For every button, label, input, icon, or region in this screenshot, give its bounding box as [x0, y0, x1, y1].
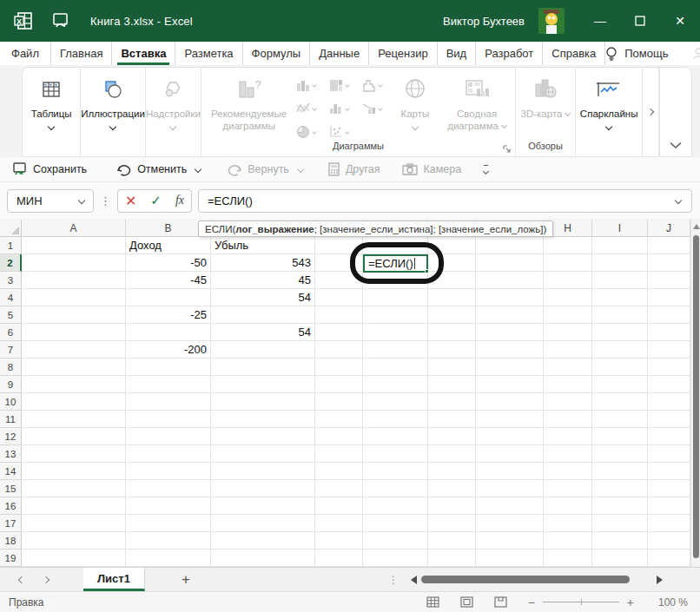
cell-B16[interactable]	[126, 497, 211, 515]
row-header-4[interactable]: 4	[0, 289, 22, 306]
cell-D10[interactable]	[315, 393, 363, 411]
cell-J18[interactable]	[648, 532, 690, 549]
cell-H13[interactable]	[544, 445, 592, 463]
tab-review[interactable]: Рецензир	[369, 42, 438, 65]
cell-B11[interactable]	[126, 411, 211, 428]
cell-E7[interactable]	[363, 341, 428, 359]
cell-J9[interactable]	[648, 376, 690, 393]
cell-A9[interactable]	[22, 376, 126, 393]
cell-I15[interactable]	[592, 480, 648, 497]
scroll-left-arrow[interactable]	[411, 576, 417, 584]
cell-C19[interactable]	[211, 549, 315, 567]
cell-E14[interactable]	[363, 463, 428, 480]
cell-A12[interactable]	[22, 428, 126, 445]
tables-button[interactable]: Таблицы	[31, 68, 72, 141]
cell-G2[interactable]	[476, 254, 544, 272]
hierarchy-chart-icon[interactable]	[362, 76, 392, 95]
formula-input[interactable]: =ЕСЛИ()	[198, 189, 692, 213]
tab-help[interactable]: Справка	[543, 42, 605, 65]
undo-button[interactable]: Отменить	[116, 163, 187, 176]
share-button[interactable]: Поделиться	[692, 47, 700, 60]
cell-G8[interactable]	[476, 359, 544, 376]
cell-H18[interactable]	[544, 532, 592, 549]
cell-G6[interactable]	[476, 324, 544, 341]
cell-I18[interactable]	[592, 532, 648, 549]
cell-I9[interactable]	[592, 376, 648, 393]
name-box[interactable]: МИН	[7, 189, 94, 213]
cell-J17[interactable]	[648, 515, 690, 532]
cell-A11[interactable]	[22, 411, 126, 428]
dialog-launcher-icon[interactable]	[502, 144, 512, 154]
cell-E15[interactable]	[363, 480, 428, 497]
cell-B9[interactable]	[126, 376, 211, 393]
scroll-up-arrow[interactable]	[693, 224, 700, 229]
sync-windows-icon[interactable]	[49, 10, 71, 32]
cell-I8[interactable]	[592, 359, 648, 376]
scroll-right-arrow[interactable]	[657, 576, 663, 584]
cell-A15[interactable]	[22, 480, 126, 497]
cell-A7[interactable]	[22, 341, 126, 359]
cell-A6[interactable]	[22, 324, 126, 341]
account-name[interactable]: Виктор Бухтеев	[443, 15, 525, 28]
cell-G10[interactable]	[476, 393, 544, 411]
expand-formula-bar-chevron[interactable]	[675, 197, 682, 204]
zoom-level[interactable]: 100 %	[643, 596, 688, 609]
pie-chart-icon[interactable]	[296, 122, 326, 141]
cell-C16[interactable]	[211, 497, 315, 515]
cell-H17[interactable]	[544, 515, 592, 532]
cell-D11[interactable]	[315, 411, 363, 428]
cell-J2[interactable]	[648, 254, 690, 272]
cell-H9[interactable]	[544, 376, 592, 393]
cell-F12[interactable]	[428, 428, 476, 445]
cell-D8[interactable]	[315, 359, 363, 376]
cell-F15[interactable]	[428, 480, 476, 497]
cell-A17[interactable]	[22, 515, 126, 532]
cell-B18[interactable]	[126, 532, 211, 549]
cell-H11[interactable]	[544, 411, 592, 428]
cell-I14[interactable]	[592, 463, 648, 480]
cell-F13[interactable]	[428, 445, 476, 463]
cell-I4[interactable]	[592, 289, 648, 306]
cell-B4[interactable]	[126, 289, 211, 306]
cell-E12[interactable]	[363, 428, 428, 445]
cell-J10[interactable]	[648, 393, 690, 411]
tab-bar-splitter[interactable]: ⋮	[388, 574, 399, 586]
cell-E11[interactable]	[363, 411, 428, 428]
spreadsheet-grid[interactable]: ABCDEFGHIJ 1ДоходУбыль2-505433-45454545-…	[0, 220, 690, 567]
tab-insert[interactable]: Вставка	[112, 42, 175, 65]
cell-J19[interactable]	[648, 549, 690, 567]
cell-C9[interactable]	[211, 376, 315, 393]
cell-A4[interactable]	[22, 289, 126, 306]
cell-E10[interactable]	[363, 393, 428, 411]
cell-C14[interactable]	[211, 463, 315, 480]
select-all-corner[interactable]	[0, 220, 22, 237]
cell-H10[interactable]	[544, 393, 592, 411]
cell-C6[interactable]: 54	[211, 324, 315, 341]
row-header-7[interactable]: 7	[0, 341, 22, 359]
histogram-chart-icon[interactable]	[329, 100, 359, 118]
row-header-1[interactable]: 1	[0, 237, 22, 254]
cell-A16[interactable]	[22, 497, 126, 515]
cell-J5[interactable]	[648, 306, 690, 324]
cell-D7[interactable]	[315, 341, 363, 359]
cell-A3[interactable]	[22, 272, 126, 289]
cell-I3[interactable]	[592, 272, 648, 289]
scatter-chart-icon[interactable]	[329, 122, 359, 141]
cell-C3[interactable]: 45	[211, 272, 315, 289]
cell-F14[interactable]	[428, 463, 476, 480]
maps-button[interactable]: Карты	[392, 68, 439, 141]
cell-D17[interactable]	[315, 515, 363, 532]
line-chart-icon[interactable]	[296, 100, 326, 118]
cell-I12[interactable]	[592, 428, 648, 445]
cell-J15[interactable]	[648, 480, 690, 497]
cell-C5[interactable]	[211, 306, 315, 324]
cell-H15[interactable]	[544, 480, 592, 497]
cell-E6[interactable]	[363, 324, 428, 341]
cell-I19[interactable]	[592, 549, 648, 567]
cell-J16[interactable]	[648, 497, 690, 515]
cell-F18[interactable]	[428, 532, 476, 549]
cell-C2[interactable]: 543	[211, 254, 315, 272]
next-sheet-arrow[interactable]	[43, 576, 50, 582]
cell-C18[interactable]	[211, 532, 315, 549]
save-button[interactable]: Сохранить	[12, 162, 87, 176]
